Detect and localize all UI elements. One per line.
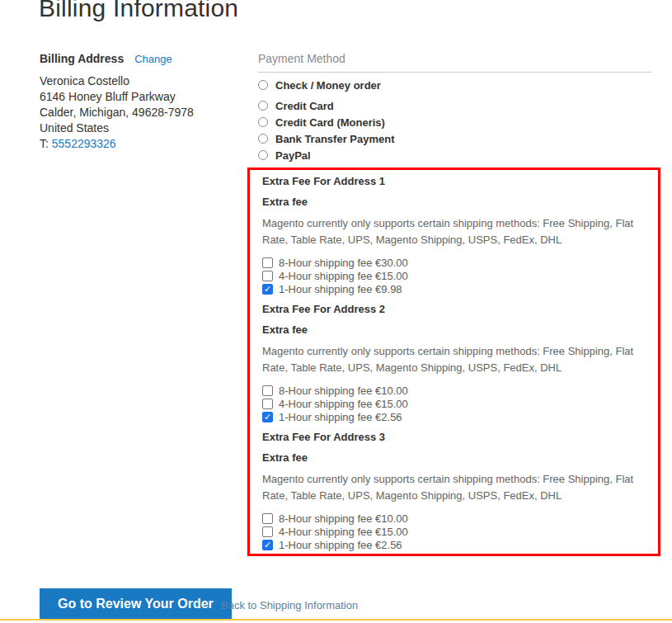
shipping-fee-option[interactable]: 4-Hour shipping fee €15.00 [262,269,646,282]
payment-method-heading: Payment Method [258,52,651,73]
extra-fee-section: Extra Fee For Address 3Extra feeMagento … [262,431,646,551]
checkbox-checked-icon[interactable] [262,540,273,550]
radio-icon[interactable] [258,117,268,127]
payment-method-option[interactable]: Credit Card (Moneris) [258,116,651,128]
shipping-fee-option[interactable]: 8-Hour shipping fee €10.00 [262,384,646,397]
checkbox-icon[interactable] [262,513,273,524]
back-to-shipping-link[interactable]: Back to Shipping Information [221,600,358,611]
shipping-fee-label: 4-Hour shipping fee €15.00 [279,270,408,282]
shipping-fee-label: 8-Hour shipping fee €30.00 [279,257,408,269]
shipping-fee-label: 4-Hour shipping fee €15.00 [279,526,408,538]
extra-fee-section: Extra Fee For Address 2Extra feeMagento … [262,303,646,423]
checkbox-icon[interactable] [262,526,273,537]
shipping-fee-option[interactable]: 8-Hour shipping fee €30.00 [262,256,646,269]
address-line: Veronica Costello [40,73,246,89]
shipping-fee-option[interactable]: 1-Hour shipping fee €2.56 [262,538,646,551]
shipping-fee-option[interactable]: 1-Hour shipping fee €2.56 [262,410,646,423]
shipping-fee-option[interactable]: 8-Hour shipping fee €10.00 [262,512,646,525]
billing-address-section: Billing Address Change Veronica Costello… [40,52,246,152]
page-title: Billing Information [39,0,238,22]
payment-method-list: Check / Money orderCredit CardCredit Car… [258,79,651,161]
checkbox-checked-icon[interactable] [262,284,273,295]
checkbox-checked-icon[interactable] [262,412,273,422]
extra-fee-section: Extra Fee For Address 1Extra feeMagento … [262,175,646,295]
radio-icon[interactable] [258,101,268,111]
shipping-fee-label: 1-Hour shipping fee €2.56 [279,539,402,551]
fee-description: Magento currently only supports certain … [262,215,646,248]
shipping-fee-option[interactable]: 4-Hour shipping fee €15.00 [262,525,646,538]
payment-method-label: Credit Card [275,100,334,112]
shipping-fee-option[interactable]: 1-Hour shipping fee €9.98 [262,282,646,295]
phone-line: T: 5552293326 [40,136,246,152]
payment-method-label: Credit Card (Moneris) [275,116,385,129]
change-address-link[interactable]: Change [134,53,172,65]
shipping-fee-label: 4-Hour shipping fee €15.00 [279,398,408,410]
shipping-fee-option[interactable]: 4-Hour shipping fee €15.00 [262,397,646,410]
shipping-fee-label: 8-Hour shipping fee €10.00 [279,512,408,525]
payment-method-label: Bank Transfer Payment [275,133,395,145]
address-line: 6146 Honey Bluff Parkway [40,89,246,105]
payment-method-section: Payment Method Check / Money orderCredit… [258,52,651,166]
fee-subtitle: Extra fee [262,323,646,337]
shipping-fee-label: 1-Hour shipping fee €2.56 [279,411,402,423]
checkbox-icon[interactable] [262,257,273,268]
bottom-divider [0,619,672,621]
checkbox-icon[interactable] [262,399,273,409]
fee-description: Magento currently only supports certain … [262,471,646,504]
payment-method-option[interactable]: Bank Transfer Payment [258,133,651,144]
shipping-fee-label: 1-Hour shipping fee €9.98 [279,283,402,295]
payment-method-option[interactable]: Check / Money order [258,79,651,91]
billing-address-heading: Billing Address [40,52,124,65]
fee-description: Magento currently only supports certain … [262,343,646,376]
radio-icon[interactable] [258,134,268,144]
billing-address-text: Veronica Costello6146 Honey Bluff Parkwa… [40,73,246,136]
radio-icon[interactable] [258,80,268,90]
payment-method-label: PayPal [275,149,311,162]
fee-subtitle: Extra fee [262,196,646,209]
fee-section-title: Extra Fee For Address 1 [262,175,646,188]
fee-section-title: Extra Fee For Address 2 [262,303,646,316]
go-to-review-order-button[interactable]: Go to Review Your Order [40,588,232,620]
checkbox-icon[interactable] [262,385,273,396]
radio-icon[interactable] [258,150,268,160]
shipping-fee-label: 8-Hour shipping fee €10.00 [279,385,408,397]
extra-fee-highlight-box: Extra Fee For Address 1Extra feeMagento … [247,168,660,556]
payment-method-option[interactable]: Credit Card [258,100,651,111]
address-line: United States [40,120,246,136]
fee-subtitle: Extra fee [262,451,646,465]
phone-prefix: T: [40,137,52,150]
checkbox-icon[interactable] [262,271,273,281]
address-line: Calder, Michigan, 49628-7978 [40,105,246,120]
fee-section-title: Extra Fee For Address 3 [262,431,646,444]
payment-method-option[interactable]: PayPal [258,149,651,161]
phone-link[interactable]: 5552293326 [52,137,116,150]
payment-method-label: Check / Money order [275,79,381,92]
